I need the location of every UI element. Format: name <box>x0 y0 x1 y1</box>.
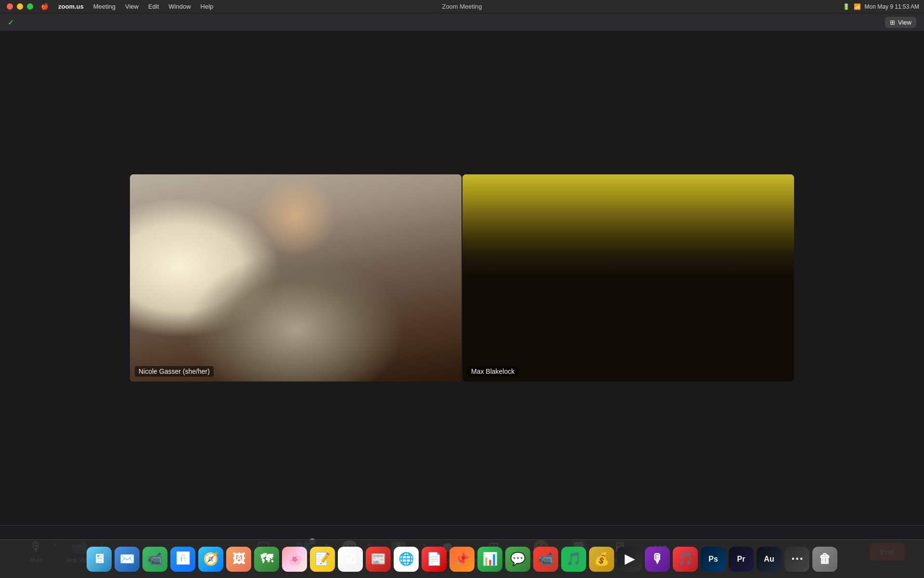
video-area: Nicole Gasser (she/her) Max Blakelock <box>0 31 924 525</box>
dock-icon-news[interactable]: 📰 <box>366 547 391 572</box>
grid-icon: ⊞ <box>890 19 895 26</box>
mac-titlebar: 🍎 zoom.us Meeting View Edit Window Help … <box>0 0 924 13</box>
participant-tile-max[interactable]: Max Blakelock <box>462 174 794 381</box>
dock-icon-messages[interactable]: 💬 <box>505 547 530 572</box>
dock-icon-adoc[interactable]: 📄 <box>422 547 447 572</box>
dock-icon-photoshop[interactable]: Ps <box>701 547 726 572</box>
menu-window[interactable]: Window <box>164 3 195 10</box>
dock-icon-coins[interactable]: 💰 <box>589 547 614 572</box>
dock-icon-premiere[interactable]: Pr <box>729 547 754 572</box>
dock-icon-facetime2[interactable]: 📹 <box>533 547 558 572</box>
dock-icon-spotify[interactable]: 🎵 <box>561 547 586 572</box>
window-title: Zoom Meeting <box>442 3 482 10</box>
mac-time: Mon May 9 11:53 AM <box>865 3 919 10</box>
menu-meeting[interactable]: Meeting <box>89 3 120 10</box>
apple-menu[interactable]: 🍎 <box>36 3 53 10</box>
secure-icon: ✓ <box>8 18 14 27</box>
dock-icon-app-store[interactable]: 🅰 <box>170 547 195 572</box>
zoom-topbar: ✓ ⊞ View <box>0 13 924 31</box>
dock-icon-safari[interactable]: 🧭 <box>198 547 223 572</box>
participant-name-nicole: Nicole Gasser (she/her) <box>135 366 214 377</box>
view-button[interactable]: ⊞ View <box>885 17 916 28</box>
zoom-meeting-window: ✓ ⊞ View Nicole Gasser (she/her) Max Bla… <box>0 13 924 578</box>
menu-view[interactable]: View <box>120 3 143 10</box>
menu-help[interactable]: Help <box>196 3 218 10</box>
close-button[interactable] <box>7 3 13 10</box>
participant-name-max: Max Blakelock <box>467 366 518 377</box>
max-video-art <box>462 174 794 381</box>
menu-app[interactable]: zoom.us <box>53 3 89 10</box>
dock-icon-notes[interactable]: 📝 <box>310 547 335 572</box>
dock-icon-facetime[interactable]: 📹 <box>142 547 167 572</box>
mac-wifi: 📶 <box>854 3 861 10</box>
dock-icon-reminders[interactable]: ☑ <box>338 547 363 572</box>
mac-menu: 🍎 zoom.us Meeting View Edit Window Help <box>36 3 218 10</box>
mac-battery: 🔋 <box>843 3 850 10</box>
maximize-button[interactable] <box>27 3 33 10</box>
video-grid: Nicole Gasser (she/her) Max Blakelock <box>130 174 794 381</box>
dock-icon-numbers[interactable]: 📊 <box>477 547 502 572</box>
nicole-video-art <box>130 174 462 381</box>
traffic-lights <box>0 3 33 10</box>
dock-icon-dashboard[interactable]: ⋯ <box>784 547 809 572</box>
mac-dock: 🖥✉️📹🅰🧭🖼🗺🌸📝☑📰🌐📄📌📊💬📹🎵💰▶🎙🎵PsPrAu⋯🗑 <box>0 539 924 578</box>
dock-icon-trash[interactable]: 🗑 <box>812 547 837 572</box>
dock-icon-audition[interactable]: Au <box>757 547 782 572</box>
dock-icon-pinpoint[interactable]: 📌 <box>449 547 475 572</box>
dock-icon-finder[interactable]: 🖥 <box>87 547 112 572</box>
view-label: View <box>898 19 911 26</box>
participant-tile-nicole[interactable]: Nicole Gasser (she/her) <box>130 174 462 381</box>
dock-icon-mail[interactable]: ✉️ <box>115 547 140 572</box>
dock-icon-podcasts[interactable]: 🎙 <box>645 547 670 572</box>
menu-edit[interactable]: Edit <box>143 3 164 10</box>
dock-icon-preview[interactable]: 🖼 <box>226 547 251 572</box>
mac-status-bar: 🔋 📶 Mon May 9 11:53 AM <box>843 3 919 10</box>
dock-icon-photos[interactable]: 🌸 <box>282 547 307 572</box>
dock-icon-maps[interactable]: 🗺 <box>254 547 279 572</box>
minimize-button[interactable] <box>17 3 23 10</box>
dock-icon-music[interactable]: 🎵 <box>673 547 698 572</box>
dock-icon-chrome[interactable]: 🌐 <box>394 547 419 572</box>
dock-icon-apple-tv[interactable]: ▶ <box>617 547 642 572</box>
